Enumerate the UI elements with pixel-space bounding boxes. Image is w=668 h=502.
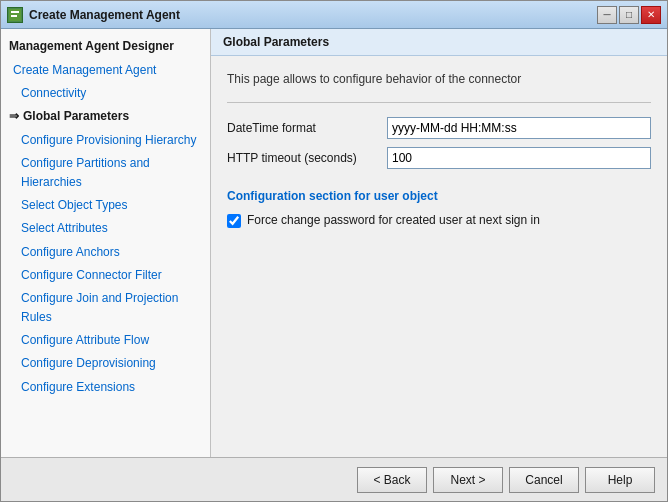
datetime-format-label: DateTime format	[227, 121, 387, 135]
help-button[interactable]: Help	[585, 467, 655, 493]
sidebar-item-select-object-types[interactable]: Select Object Types	[1, 194, 210, 217]
sidebar-item-configure-partitions[interactable]: Configure Partitions and Hierarchies	[1, 152, 210, 194]
datetime-format-row: DateTime format	[227, 117, 651, 139]
right-panel: Global Parameters This page allows to co…	[211, 29, 667, 457]
sidebar-item-configure-extensions[interactable]: Configure Extensions	[1, 376, 210, 399]
title-bar: Create Management Agent ─ □ ✕	[1, 1, 667, 29]
panel-header: Global Parameters	[211, 29, 667, 56]
title-bar-buttons: ─ □ ✕	[597, 6, 661, 24]
force-change-password-row: Force change password for created user a…	[227, 213, 651, 228]
panel-body: This page allows to configure behavior o…	[211, 56, 667, 457]
sidebar-item-configure-provisioning[interactable]: Configure Provisioning Hierarchy	[1, 129, 210, 152]
sidebar-item-connectivity[interactable]: Connectivity	[1, 82, 210, 105]
minimize-button[interactable]: ─	[597, 6, 617, 24]
http-timeout-label: HTTP timeout (seconds)	[227, 151, 387, 165]
force-change-password-checkbox[interactable]	[227, 214, 241, 228]
sidebar: Management Agent Designer Create Managem…	[1, 29, 211, 457]
cancel-button[interactable]: Cancel	[509, 467, 579, 493]
force-change-password-label: Force change password for created user a…	[247, 213, 540, 227]
button-bar: < Back Next > Cancel Help	[1, 457, 667, 501]
sidebar-item-create-ma[interactable]: Create Management Agent	[1, 59, 210, 82]
active-arrow-icon: ⇒	[9, 107, 19, 126]
title-bar-left: Create Management Agent	[7, 7, 180, 23]
window: Create Management Agent ─ □ ✕ Management…	[0, 0, 668, 502]
section-heading: Configuration section for user object	[227, 189, 651, 203]
http-timeout-input[interactable]	[387, 147, 651, 169]
maximize-button[interactable]: □	[619, 6, 639, 24]
sidebar-item-select-attributes[interactable]: Select Attributes	[1, 217, 210, 240]
sidebar-item-configure-join[interactable]: Configure Join and Projection Rules	[1, 287, 210, 329]
next-button[interactable]: Next >	[433, 467, 503, 493]
main-content: Management Agent Designer Create Managem…	[1, 29, 667, 457]
sidebar-item-configure-connector-filter[interactable]: Configure Connector Filter	[1, 264, 210, 287]
sidebar-header: Management Agent Designer	[1, 35, 210, 59]
svg-rect-1	[11, 11, 19, 13]
sidebar-item-configure-attribute-flow[interactable]: Configure Attribute Flow	[1, 329, 210, 352]
app-icon	[7, 7, 23, 23]
separator	[227, 102, 651, 103]
datetime-format-input[interactable]	[387, 117, 651, 139]
back-button[interactable]: < Back	[357, 467, 427, 493]
http-timeout-row: HTTP timeout (seconds)	[227, 147, 651, 169]
sidebar-item-configure-anchors[interactable]: Configure Anchors	[1, 241, 210, 264]
sidebar-item-configure-deprovisioning[interactable]: Configure Deprovisioning	[1, 352, 210, 375]
close-button[interactable]: ✕	[641, 6, 661, 24]
description-text: This page allows to configure behavior o…	[227, 72, 651, 86]
window-title: Create Management Agent	[29, 8, 180, 22]
svg-rect-2	[11, 15, 17, 17]
sidebar-item-global-params: ⇒ Global Parameters	[1, 105, 210, 128]
